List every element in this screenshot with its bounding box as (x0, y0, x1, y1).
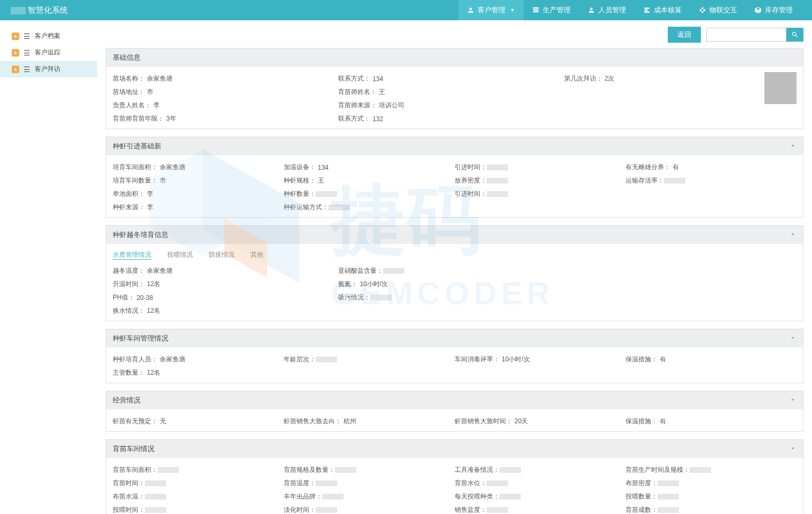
nav-item-1[interactable]: 生产管理 (524, 0, 579, 20)
expand-icon: + (12, 49, 19, 57)
field-value-redacted (383, 268, 404, 274)
field-label: 育苗车间面积： (113, 465, 158, 475)
field-value: 12名 (147, 306, 160, 315)
field-label: 车间消毒评率： (455, 355, 499, 364)
field-label: 育苗生产时间及规模： (626, 465, 690, 475)
field-value: 有 (660, 417, 666, 426)
nav-item-0[interactable]: 客户管理▼ (458, 0, 524, 20)
nav-icon (643, 6, 651, 14)
search-button[interactable] (786, 28, 803, 42)
image-thumbnail[interactable] (764, 72, 797, 104)
field: 虾苗销售大致去向：杭州 (284, 415, 455, 428)
field: 投喂时间： (113, 503, 284, 514)
back-button[interactable]: 返回 (668, 27, 701, 43)
nav-label: 生产管理 (543, 5, 571, 15)
field-label: 引进时间： (455, 163, 487, 172)
field-label: 育苗时间： (113, 479, 145, 488)
field-label: 引进时间： (455, 189, 487, 199)
field: PH值：20-38 (113, 291, 338, 304)
field: 育苗成数： (626, 503, 797, 514)
field-label: 育苗规格及数量： (284, 465, 335, 475)
field-value-redacted (158, 467, 179, 473)
search-input[interactable] (706, 28, 786, 42)
field: 育苗时间： (113, 477, 284, 490)
field-value-redacted (322, 494, 343, 500)
field: 主管数量：12名 (113, 366, 284, 379)
panel-title: 种虾引进基础新 (113, 141, 161, 151)
nav-item-3[interactable]: 成本核算 (635, 0, 690, 20)
field-value: 无 (160, 417, 166, 426)
subtab-3[interactable]: 其他 (251, 250, 263, 260)
panel-header[interactable]: 种虾引进基础新 (106, 137, 803, 155)
field: 第几次拜访：2次 (564, 72, 790, 85)
field-label: 单池面积： (113, 189, 145, 199)
logo: 智慧化系统 (11, 5, 68, 15)
field: 放养密度： (455, 174, 626, 187)
panel-body: 育苗车间面积：育苗时间：布苗水温：投喂时间：有无水质系统：使用药品频率：育苗规格… (106, 458, 803, 514)
field-value: 12名 (147, 280, 160, 289)
subtab-0[interactable]: 水质管理情况 (113, 250, 151, 260)
panel-header[interactable]: 基础信息 (106, 49, 803, 67)
panel-title: 基础信息 (113, 53, 140, 62)
nav-label: 物联交互 (709, 5, 737, 15)
field-label: 种虾规格： (284, 176, 316, 185)
sidebar-label: 客户拜访 (35, 65, 60, 74)
search-icon (791, 31, 799, 38)
field-label: 虾苗销售大致时间： (455, 417, 512, 426)
field: 育苗师姓名：王 (338, 85, 564, 99)
field-value: 李 (153, 101, 160, 110)
chevron-down-icon (789, 396, 797, 405)
nav-item-2[interactable]: 人员管理 (579, 0, 635, 20)
field-label: 虾苗销售大致去向： (284, 417, 341, 426)
field-value-redacted (658, 480, 679, 486)
chevron-down-icon (789, 334, 797, 343)
field: 种虾培育人员：余家鱼塘 (113, 353, 284, 366)
field: 联系方式：132 (338, 112, 564, 125)
panel-header[interactable]: 经营情况 (106, 391, 803, 409)
field-value-redacted (487, 178, 508, 184)
topbar: 智慧化系统 客户管理▼生产管理人员管理成本核算物联交互库存管理 (0, 0, 812, 20)
sidebar-item-1[interactable]: +☰客户追踪 (0, 44, 97, 61)
panel: 基础信息苗场名称：余家鱼塘苗场地址：市负责人姓名：李育苗师育苗年限：3年联系方式… (106, 48, 803, 129)
field-label: PH值： (113, 293, 135, 302)
field-value-redacted (329, 204, 350, 210)
panel-header[interactable]: 种虾车间管理情况 (106, 329, 803, 347)
field-value: 杭州 (343, 417, 356, 426)
field-value: 王 (318, 176, 324, 185)
nav-item-4[interactable]: 物联交互 (690, 0, 746, 20)
subtab-1[interactable]: 投喂情况 (167, 250, 193, 260)
field-label: 投喂数量： (626, 492, 658, 501)
field-value: 134 (372, 75, 383, 83)
field: 有无雌雄分养：有 (626, 161, 797, 174)
subtab-2[interactable]: 防疫情况 (209, 250, 235, 260)
field-value-redacted (487, 164, 508, 170)
field-value-redacted (499, 494, 521, 500)
field-label: 保温措施： (626, 355, 658, 364)
panel-header[interactable]: 育苗车间情况 (106, 440, 803, 458)
field-label: 丰年虫品牌： (284, 492, 322, 501)
field: 丰年虫品牌： (284, 490, 455, 503)
panel-header[interactable]: 种虾越冬培育信息 (106, 226, 803, 244)
nav-item-5[interactable]: 库存管理 (746, 0, 801, 20)
field-label: 育苗师育苗年限： (113, 114, 164, 123)
field-value: 134 (318, 164, 329, 171)
list-icon: ☰ (24, 49, 30, 57)
field: 加温设备：134 (284, 161, 455, 174)
field: 布苗密度： (626, 477, 797, 490)
field: 投喂数量： (626, 490, 797, 503)
panel: 种虾车间管理情况种虾培育人员：余家鱼塘主管数量：12名年龄层次：车间消毒评率：1… (106, 329, 803, 383)
panel-body: 培育车间面积：余家鱼塘培育车间数量：市单池面积：李种虾来源：李加温设备：134种… (106, 155, 803, 217)
sidebar-item-0[interactable]: +☰客户档案 (0, 28, 97, 44)
subtabs: 水质管理情况投喂情况防疫情况其他 (113, 249, 797, 264)
chevron-down-icon (789, 142, 797, 151)
field: 引进时间： (455, 161, 626, 174)
field: 育苗水位： (455, 477, 626, 490)
panel-body: 种虾培育人员：余家鱼塘主管数量：12名年龄层次：车间消毒评率：10小时/次保温措… (106, 347, 803, 383)
nav-icon (532, 6, 540, 14)
nav-icon (467, 6, 474, 14)
list-icon: ☰ (24, 65, 30, 74)
nav-label: 人员管理 (598, 5, 626, 15)
sidebar-item-2[interactable]: +☰客户拜访 (0, 61, 97, 77)
field: 保温措施：有 (626, 415, 797, 428)
field-label: 联系方式： (338, 74, 370, 83)
